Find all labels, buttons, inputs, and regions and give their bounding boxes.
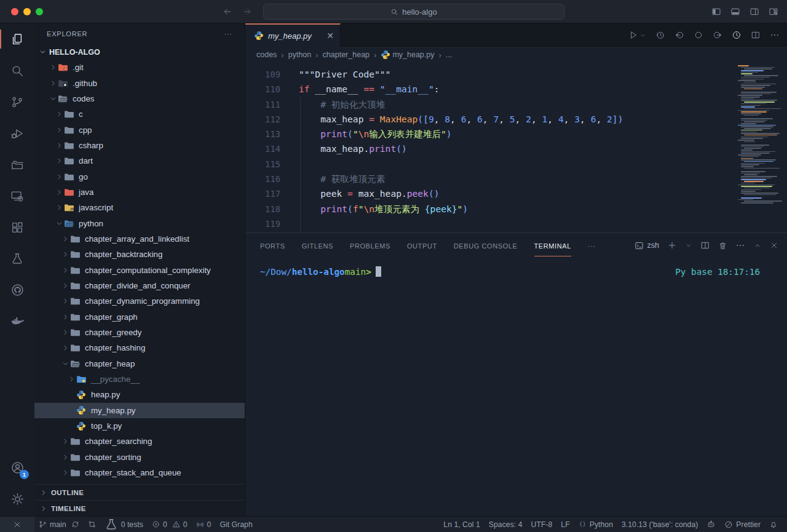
tree-item-my_heap.py[interactable]: my_heap.py <box>34 403 245 418</box>
window-controls[interactable] <box>11 8 43 15</box>
timeline-section[interactable]: TIMELINE <box>34 500 245 516</box>
command-center-search[interactable]: hello-algo <box>263 4 564 20</box>
tree-item-chapter_computational_complexity[interactable]: chapter_computational_complexity <box>34 262 245 277</box>
tree-item-chapter_sorting[interactable]: chapter_sorting <box>34 450 245 465</box>
panel-trash-icon[interactable] <box>718 241 727 250</box>
profile-icon[interactable] <box>732 30 742 40</box>
project-root-item[interactable]: HELLO-ALGO <box>34 44 245 60</box>
code-line[interactable]: 115 <box>245 157 787 172</box>
tree-item-chapter_divide_and_conquer[interactable]: chapter_divide_and_conquer <box>34 278 245 293</box>
forward-arrow-icon[interactable] <box>242 7 252 17</box>
code-line[interactable]: 110if __name__ == "__main__": <box>245 82 787 97</box>
activity-extensions[interactable] <box>0 212 34 243</box>
panel-tab-···[interactable]: ··· <box>588 235 596 256</box>
code-line[interactable]: 119 <box>245 216 787 231</box>
close-window-button[interactable] <box>11 8 18 15</box>
panel-tab-gitlens[interactable]: GITLENS <box>302 235 333 256</box>
tree-item-__pycache__[interactable]: __pycache__ <box>34 371 245 387</box>
panel-chev-up-icon[interactable] <box>753 241 762 250</box>
breadcrumb-item[interactable]: chapter_heap <box>323 50 370 59</box>
back-arrow-icon[interactable] <box>223 7 232 17</box>
tree-item-chapter_graph[interactable]: chapter_graph <box>34 309 245 325</box>
status-eol[interactable]: LF <box>556 520 574 529</box>
code-line[interactable]: 117 peek = max_heap.peek() <box>245 186 787 201</box>
split-icon[interactable] <box>751 30 761 40</box>
tree-item-dart[interactable]: dart <box>34 153 245 169</box>
status-notifications[interactable] <box>765 520 782 529</box>
status-branch[interactable]: main <box>34 517 84 532</box>
activity-docker[interactable] <box>0 306 34 337</box>
panel-tab-debug-console[interactable]: DEBUG CONSOLE <box>454 235 518 256</box>
panel-tab-problems[interactable]: PROBLEMS <box>350 235 390 256</box>
code-line[interactable]: 113 print("\n输入列表并建堆后") <box>245 127 787 141</box>
layout-customize-icon[interactable] <box>769 7 778 17</box>
nav-circle-icon[interactable] <box>694 30 703 40</box>
close-tab-icon[interactable]: ✕ <box>326 31 334 41</box>
activity-folders[interactable] <box>0 149 34 180</box>
tree-item-codes[interactable]: codes <box>34 91 245 106</box>
code-line[interactable]: 116 # 获取堆顶元素 <box>245 172 787 186</box>
status-tests[interactable]: 0 tests <box>100 517 148 532</box>
tree-item-javascript[interactable]: JS javascript <box>34 200 245 215</box>
tree-item-java[interactable]: java <box>34 185 245 200</box>
breadcrumb-item[interactable]: python <box>288 50 312 59</box>
status-problems[interactable]: 00 <box>148 517 192 532</box>
status-feedback[interactable]: 0 <box>192 517 216 532</box>
activity-settings[interactable] <box>0 483 34 515</box>
tree-item-.github[interactable]: .github <box>34 75 245 90</box>
tree-item-chapter_searching[interactable]: chapter_searching <box>34 434 245 449</box>
run-button[interactable] <box>628 30 646 40</box>
breadcrumb-item[interactable]: my_heap.py <box>381 50 434 60</box>
activity-run-debug[interactable] <box>0 117 34 149</box>
explorer-more-actions-icon[interactable]: ··· <box>224 30 232 38</box>
panel-bottom-icon[interactable] <box>730 7 740 17</box>
zoom-window-button[interactable] <box>36 8 43 15</box>
panel-tab-terminal[interactable]: TERMINAL <box>534 235 571 256</box>
activity-search[interactable] <box>0 55 34 86</box>
activity-remote-explorer[interactable] <box>0 180 34 212</box>
activity-testing[interactable] <box>0 243 34 274</box>
status-prettier[interactable]: Prettier <box>720 520 765 529</box>
status-encoding[interactable]: UTF-8 <box>527 520 557 529</box>
code-line[interactable]: 112 max_heap = MaxHeap([9, 8, 6, 6, 7, 5… <box>245 112 787 127</box>
code-line[interactable]: 118 print(f"\n堆顶元素为 {peek}") <box>245 202 787 216</box>
panel-split-icon[interactable] <box>700 240 710 250</box>
terminal-shell-chip[interactable]: zsh <box>635 241 659 250</box>
panel-tab-output[interactable]: OUTPUT <box>407 235 437 256</box>
activity-github[interactable] <box>0 274 34 306</box>
panel-plus-icon[interactable] <box>667 240 677 250</box>
status-cursor-position[interactable]: Ln 1, Col 1 <box>439 520 484 529</box>
activity-source-control[interactable] <box>0 86 34 117</box>
code-line[interactable]: 111 # 初始化大顶堆 <box>245 97 787 112</box>
tree-item-top_k.py[interactable]: top_k.py <box>34 418 245 434</box>
more-icon[interactable] <box>770 30 780 40</box>
tree-item-chapter_array_and_linkedlist[interactable]: chapter_array_and_linkedlist <box>34 231 245 247</box>
nav-back-icon[interactable] <box>674 30 684 40</box>
code-line[interactable]: 114 max_heap.print() <box>245 141 787 156</box>
history-icon[interactable] <box>655 30 665 40</box>
panel-tab-ports[interactable]: PORTS <box>260 235 285 256</box>
tree-item-chapter_hashing[interactable]: chapter_hashing <box>34 340 245 355</box>
panel-chev-down-icon[interactable] <box>685 242 692 249</box>
tree-item-chapter_stack_and_queue[interactable]: chapter_stack_and_queue <box>34 465 245 480</box>
tree-item-c[interactable]: c <box>34 106 245 122</box>
panel-close-icon[interactable] <box>770 241 778 250</box>
status-remote[interactable] <box>0 517 34 532</box>
nav-forward-icon[interactable] <box>713 30 722 40</box>
status-assistant[interactable] <box>702 520 720 529</box>
outline-section[interactable]: OUTLINE <box>34 484 245 500</box>
activity-accounts[interactable]: 1 <box>0 452 34 483</box>
panel-more-icon[interactable] <box>735 240 745 250</box>
breadcrumb-item[interactable]: ... <box>446 50 452 59</box>
breadcrumb-item[interactable]: codes <box>256 50 277 59</box>
tree-item-cpp[interactable]: cpp <box>34 122 245 137</box>
status-language-mode[interactable]: Python <box>574 520 617 529</box>
tree-item-csharp[interactable]: csharp <box>34 138 245 153</box>
tree-item-chapter_greedy[interactable]: chapter_greedy <box>34 325 245 340</box>
panel-left-icon[interactable] <box>711 7 721 17</box>
tree-item-go[interactable]: go <box>34 169 245 184</box>
code-editor[interactable]: 109"""Driver Code"""110if __name__ == "_… <box>245 63 787 232</box>
status-indentation[interactable]: Spaces: 4 <box>484 520 527 529</box>
panel-right-icon[interactable] <box>749 7 759 17</box>
minimize-window-button[interactable] <box>23 8 31 15</box>
